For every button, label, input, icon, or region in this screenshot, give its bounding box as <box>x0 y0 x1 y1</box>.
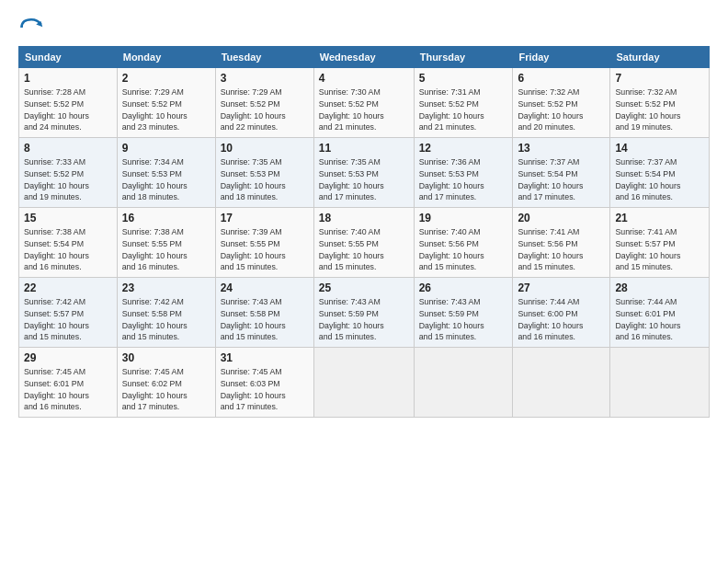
day-number: 19 <box>419 212 508 224</box>
day-info: Sunrise: 7:45 AM Sunset: 6:03 PM Dayligh… <box>221 366 309 413</box>
day-number: 24 <box>221 282 309 294</box>
calendar-cell: 25Sunrise: 7:43 AM Sunset: 5:59 PM Dayli… <box>313 278 414 348</box>
day-number: 22 <box>24 282 112 294</box>
calendar-cell: 5Sunrise: 7:31 AM Sunset: 5:52 PM Daylig… <box>414 68 513 138</box>
calendar-cell <box>414 348 513 418</box>
day-info: Sunrise: 7:40 AM Sunset: 5:55 PM Dayligh… <box>319 226 409 273</box>
calendar-cell: 2Sunrise: 7:29 AM Sunset: 5:52 PM Daylig… <box>117 68 215 138</box>
calendar-cell: 30Sunrise: 7:45 AM Sunset: 6:02 PM Dayli… <box>117 348 215 418</box>
day-info: Sunrise: 7:42 AM Sunset: 5:58 PM Dayligh… <box>122 296 210 343</box>
calendar-week-1: 1Sunrise: 7:28 AM Sunset: 5:52 PM Daylig… <box>19 68 710 138</box>
day-info: Sunrise: 7:31 AM Sunset: 5:52 PM Dayligh… <box>419 86 508 133</box>
calendar-cell: 11Sunrise: 7:35 AM Sunset: 5:53 PM Dayli… <box>313 138 414 208</box>
day-info: Sunrise: 7:29 AM Sunset: 5:52 PM Dayligh… <box>122 86 210 133</box>
day-number: 28 <box>615 282 704 294</box>
day-info: Sunrise: 7:34 AM Sunset: 5:53 PM Dayligh… <box>122 156 210 203</box>
day-info: Sunrise: 7:42 AM Sunset: 5:57 PM Dayligh… <box>24 296 112 343</box>
calendar-cell: 16Sunrise: 7:38 AM Sunset: 5:55 PM Dayli… <box>117 208 215 278</box>
calendar-cell: 27Sunrise: 7:44 AM Sunset: 6:00 PM Dayli… <box>513 278 610 348</box>
calendar-cell: 12Sunrise: 7:36 AM Sunset: 5:53 PM Dayli… <box>414 138 513 208</box>
calendar-header-thursday: Thursday <box>414 47 513 68</box>
calendar-cell: 14Sunrise: 7:37 AM Sunset: 5:54 PM Dayli… <box>610 138 710 208</box>
calendar-cell: 13Sunrise: 7:37 AM Sunset: 5:54 PM Dayli… <box>513 138 610 208</box>
calendar-cell: 10Sunrise: 7:35 AM Sunset: 5:53 PM Dayli… <box>215 138 313 208</box>
header <box>18 15 710 40</box>
day-number: 18 <box>319 212 409 224</box>
day-info: Sunrise: 7:43 AM Sunset: 5:59 PM Dayligh… <box>319 296 409 343</box>
calendar-cell: 4Sunrise: 7:30 AM Sunset: 5:52 PM Daylig… <box>313 68 414 138</box>
day-number: 26 <box>419 282 508 294</box>
day-number: 20 <box>518 212 605 224</box>
day-info: Sunrise: 7:33 AM Sunset: 5:52 PM Dayligh… <box>24 156 112 203</box>
day-number: 11 <box>319 142 409 155</box>
day-number: 23 <box>122 282 210 294</box>
calendar-header-tuesday: Tuesday <box>215 47 313 68</box>
calendar-header-wednesday: Wednesday <box>313 47 414 68</box>
day-number: 8 <box>24 142 112 155</box>
calendar-cell: 26Sunrise: 7:43 AM Sunset: 5:59 PM Dayli… <box>414 278 513 348</box>
calendar-cell <box>513 348 610 418</box>
day-number: 16 <box>122 212 210 224</box>
day-info: Sunrise: 7:37 AM Sunset: 5:54 PM Dayligh… <box>615 156 704 203</box>
calendar-week-4: 22Sunrise: 7:42 AM Sunset: 5:57 PM Dayli… <box>19 278 710 348</box>
day-number: 5 <box>419 72 508 85</box>
day-info: Sunrise: 7:45 AM Sunset: 6:02 PM Dayligh… <box>122 366 210 413</box>
day-info: Sunrise: 7:43 AM Sunset: 5:59 PM Dayligh… <box>419 296 508 343</box>
day-number: 4 <box>319 72 409 85</box>
calendar-header-row: SundayMondayTuesdayWednesdayThursdayFrid… <box>19 47 710 68</box>
calendar-week-3: 15Sunrise: 7:38 AM Sunset: 5:54 PM Dayli… <box>19 208 710 278</box>
day-number: 27 <box>518 282 605 294</box>
calendar-cell: 21Sunrise: 7:41 AM Sunset: 5:57 PM Dayli… <box>610 208 710 278</box>
calendar-cell: 6Sunrise: 7:32 AM Sunset: 5:52 PM Daylig… <box>513 68 610 138</box>
day-number: 10 <box>221 142 309 155</box>
day-info: Sunrise: 7:43 AM Sunset: 5:58 PM Dayligh… <box>221 296 309 343</box>
day-info: Sunrise: 7:38 AM Sunset: 5:55 PM Dayligh… <box>122 226 210 273</box>
calendar-header-friday: Friday <box>513 47 610 68</box>
calendar-cell: 15Sunrise: 7:38 AM Sunset: 5:54 PM Dayli… <box>19 208 118 278</box>
calendar-cell <box>313 348 414 418</box>
day-number: 2 <box>122 72 210 85</box>
day-info: Sunrise: 7:32 AM Sunset: 5:52 PM Dayligh… <box>615 86 704 133</box>
day-number: 13 <box>518 142 605 155</box>
calendar-week-5: 29Sunrise: 7:45 AM Sunset: 6:01 PM Dayli… <box>19 348 710 418</box>
calendar-cell: 31Sunrise: 7:45 AM Sunset: 6:03 PM Dayli… <box>215 348 313 418</box>
calendar-cell: 29Sunrise: 7:45 AM Sunset: 6:01 PM Dayli… <box>19 348 118 418</box>
calendar-cell: 28Sunrise: 7:44 AM Sunset: 6:01 PM Dayli… <box>610 278 710 348</box>
day-info: Sunrise: 7:44 AM Sunset: 6:01 PM Dayligh… <box>615 296 704 343</box>
day-info: Sunrise: 7:44 AM Sunset: 6:00 PM Dayligh… <box>518 296 605 343</box>
day-number: 1 <box>24 72 112 85</box>
day-info: Sunrise: 7:38 AM Sunset: 5:54 PM Dayligh… <box>24 226 112 273</box>
calendar-cell: 18Sunrise: 7:40 AM Sunset: 5:55 PM Dayli… <box>313 208 414 278</box>
day-number: 31 <box>221 351 309 364</box>
day-info: Sunrise: 7:37 AM Sunset: 5:54 PM Dayligh… <box>518 156 605 203</box>
calendar-cell: 7Sunrise: 7:32 AM Sunset: 5:52 PM Daylig… <box>610 68 710 138</box>
day-number: 14 <box>615 142 704 155</box>
day-number: 9 <box>122 142 210 155</box>
calendar-cell: 19Sunrise: 7:40 AM Sunset: 5:56 PM Dayli… <box>414 208 513 278</box>
day-number: 30 <box>122 351 210 364</box>
day-number: 6 <box>518 72 605 85</box>
calendar-week-2: 8Sunrise: 7:33 AM Sunset: 5:52 PM Daylig… <box>19 138 710 208</box>
calendar-cell: 1Sunrise: 7:28 AM Sunset: 5:52 PM Daylig… <box>19 68 118 138</box>
calendar-header-sunday: Sunday <box>19 47 118 68</box>
calendar-table: SundayMondayTuesdayWednesdayThursdayFrid… <box>18 46 710 418</box>
day-number: 3 <box>221 72 309 85</box>
day-info: Sunrise: 7:35 AM Sunset: 5:53 PM Dayligh… <box>221 156 309 203</box>
day-number: 7 <box>615 72 704 85</box>
calendar-cell <box>610 348 710 418</box>
calendar-header-monday: Monday <box>117 47 215 68</box>
logo-icon <box>18 15 44 40</box>
calendar-cell: 24Sunrise: 7:43 AM Sunset: 5:58 PM Dayli… <box>215 278 313 348</box>
day-number: 25 <box>319 282 409 294</box>
calendar-cell: 22Sunrise: 7:42 AM Sunset: 5:57 PM Dayli… <box>19 278 118 348</box>
day-info: Sunrise: 7:28 AM Sunset: 5:52 PM Dayligh… <box>24 86 112 133</box>
calendar-cell: 20Sunrise: 7:41 AM Sunset: 5:56 PM Dayli… <box>513 208 610 278</box>
calendar-cell: 8Sunrise: 7:33 AM Sunset: 5:52 PM Daylig… <box>19 138 118 208</box>
day-info: Sunrise: 7:40 AM Sunset: 5:56 PM Dayligh… <box>419 226 508 273</box>
day-number: 17 <box>221 212 309 224</box>
calendar-header-saturday: Saturday <box>610 47 710 68</box>
calendar-cell: 9Sunrise: 7:34 AM Sunset: 5:53 PM Daylig… <box>117 138 215 208</box>
day-number: 21 <box>615 212 704 224</box>
day-info: Sunrise: 7:39 AM Sunset: 5:55 PM Dayligh… <box>221 226 309 273</box>
calendar-cell: 23Sunrise: 7:42 AM Sunset: 5:58 PM Dayli… <box>117 278 215 348</box>
